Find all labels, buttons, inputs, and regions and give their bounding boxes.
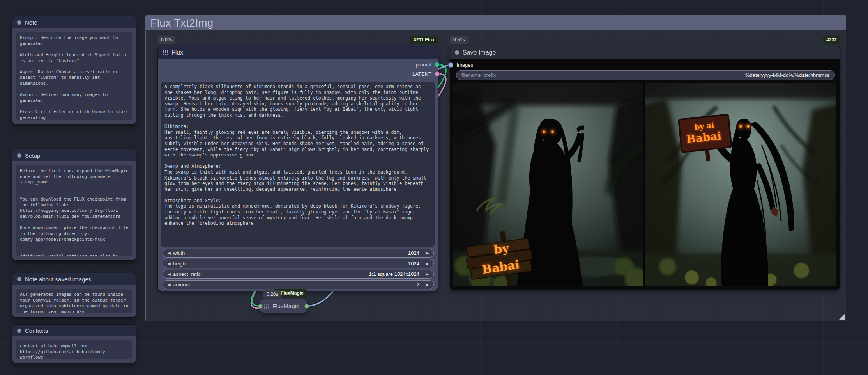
collapse-dot-icon[interactable] (17, 277, 21, 281)
flux-node-title: Flux (171, 49, 183, 56)
generated-images: by by Babai Babai (453, 83, 837, 286)
note-text[interactable]: Prompt: Describe the image you want to g… (16, 32, 132, 120)
saved-images-title: Note about saved images (25, 276, 91, 283)
input-port-images[interactable]: images (448, 62, 473, 68)
note-node-header[interactable]: Note (12, 16, 136, 28)
glowing-eye (747, 125, 750, 128)
decrement-arrow-icon[interactable]: ◀ (168, 261, 173, 266)
widget-label: aspect_ratio (173, 271, 285, 277)
glowing-eye (551, 130, 554, 133)
save-node-title: Save Image (463, 49, 496, 56)
increment-arrow-icon[interactable]: ▶ (423, 272, 429, 276)
kikimora-swamp-art-1: by by Babai Babai (453, 83, 643, 286)
saved-images-text[interactable]: All generated images can be found inside… (16, 289, 132, 313)
collapse-dot-icon[interactable] (17, 329, 21, 333)
note-title: Note (25, 19, 37, 26)
generated-image-2[interactable]: by ai by ai Babai Babai (645, 83, 836, 286)
contacts-note-node[interactable]: Contacts contact.ai.babai@gmail.com http… (12, 325, 136, 363)
increment-arrow-icon[interactable]: ▶ (423, 251, 429, 255)
port-label: LATENT (412, 71, 431, 77)
increment-arrow-icon[interactable]: ▶ (423, 261, 429, 266)
grip-dots-icon (264, 303, 269, 309)
port-label: prompt (416, 62, 431, 68)
save-node-header[interactable]: Save Image (450, 46, 840, 59)
output-port-latent[interactable]: LATENT (412, 71, 440, 77)
widget-value: 1024 (297, 250, 423, 256)
save-id-badge: #232 (823, 36, 840, 44)
contacts-title: Contacts (25, 327, 48, 334)
contacts-text[interactable]: contact.ai.babai@gmail.com https://githu… (16, 340, 132, 359)
fluxmagic-node[interactable]: 6 FluxMagic 0.28s FluxMagic (260, 299, 307, 313)
increment-arrow-icon[interactable]: ▶ (423, 283, 429, 287)
widget-value: 1:1 square 1024x1024 (285, 271, 423, 277)
widget-label: height (173, 261, 297, 267)
amount-widget[interactable]: ◀ amount 2 ▶ (163, 280, 434, 289)
node-graph-canvas[interactable]: Flux Txt2Img Note Prompt: Describe the i… (0, 0, 868, 375)
widget-label: width (173, 250, 297, 256)
collapse-dot-icon[interactable] (17, 153, 21, 158)
save-timing-badge: 0.51s (450, 36, 468, 44)
saved-images-note-node[interactable]: Note about saved images All generated im… (12, 273, 136, 317)
flux-id-badge: #211 Flux (410, 36, 438, 44)
widget-value: 1024 (297, 261, 423, 267)
generated-image-1[interactable]: by by Babai Babai (453, 83, 643, 286)
prompt-port-dot[interactable] (435, 62, 440, 67)
group-resize-handle[interactable] (839, 314, 845, 320)
port-label: images (457, 62, 473, 68)
glowing-eye (543, 130, 545, 133)
sign-text: by (493, 241, 510, 256)
collapse-dot-icon[interactable] (455, 50, 459, 55)
saved-images-node-header[interactable]: Note about saved images (12, 273, 136, 285)
setup-node-header[interactable]: Setup (12, 149, 136, 161)
aspect-ratio-widget[interactable]: ◀ aspect_ratio 1:1 square 1024x1024 ▶ (163, 270, 434, 279)
images-port-dot[interactable] (448, 62, 453, 68)
contacts-node-header[interactable]: Contacts (12, 325, 136, 336)
group-title[interactable]: Flux Txt2Img (146, 16, 846, 30)
height-widget[interactable]: ◀ height 1024 ▶ (163, 259, 434, 268)
kikimora-swamp-art-2: by ai by ai Babai Babai (645, 83, 836, 286)
flux-timing-badge: 0.00s (158, 36, 175, 44)
filename-prefix-widget[interactable]: filename_prefix %date:yyyy-MM-dd%/%date:… (456, 70, 835, 80)
decrement-arrow-icon[interactable]: ◀ (168, 272, 173, 276)
flux-node-header[interactable]: Flux (158, 46, 438, 59)
fluxmagic-input-dot[interactable] (258, 304, 263, 309)
flux-node[interactable]: 0.00s #211 Flux Flux prompt LATENT A com… (158, 46, 438, 291)
setup-note-node[interactable]: Setup Before the first run, expand the F… (12, 149, 136, 260)
decrement-arrow-icon[interactable]: ◀ (168, 283, 173, 287)
fluxmagic-title: FluxMagic (272, 303, 299, 309)
widget-value: %date:yyyy-MM-dd%/%date:hhmmss (745, 72, 829, 78)
fluxmagic-timing-badge: 0.28s (263, 290, 281, 298)
collapse-dot-icon[interactable] (17, 20, 21, 25)
decrement-arrow-icon[interactable]: ◀ (168, 251, 173, 255)
widget-label: amount (173, 282, 303, 288)
widget-label: filename_prefix (461, 72, 745, 78)
widget-value: 2 (303, 282, 423, 288)
latent-port-dot[interactable] (435, 71, 440, 76)
prompt-textarea[interactable]: A completely black silhouette of Kikimor… (161, 82, 435, 247)
save-image-node[interactable]: 0.51s #232 Save Image images filename_pr… (450, 46, 840, 290)
output-port-prompt[interactable]: prompt (416, 61, 440, 68)
width-widget[interactable]: ◀ width 1024 ▶ (163, 249, 434, 258)
fluxmagic-output-dot[interactable] (304, 304, 309, 309)
glowing-eye (739, 125, 742, 128)
note-node[interactable]: Note Prompt: Describe the image you want… (12, 16, 136, 124)
grip-dots-icon (163, 50, 168, 55)
setup-title: Setup (25, 152, 40, 159)
setup-text[interactable]: Before the first run, expand the FluxMag… (16, 165, 132, 256)
